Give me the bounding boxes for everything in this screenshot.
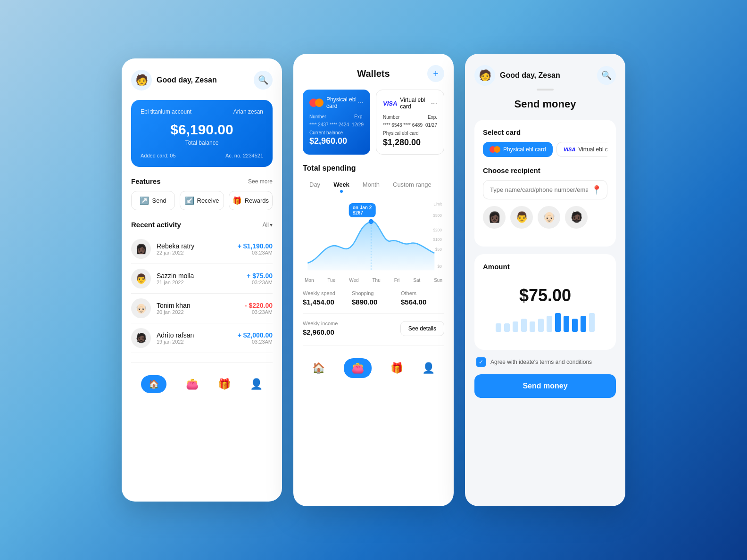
virtual-wallet-card: VISA Virtual ebl card ··· Number Exp. **… bbox=[376, 90, 444, 155]
gift-icon: 🎁 bbox=[218, 378, 231, 390]
bar-4 bbox=[530, 321, 535, 332]
activity-date-1: 21 jan 2022 bbox=[157, 280, 241, 285]
send-money-title: Send money bbox=[474, 98, 616, 110]
account-holder: Arian zesan bbox=[233, 108, 263, 115]
search-button-left[interactable]: 🔍 bbox=[254, 71, 273, 90]
visa-icon: VISA bbox=[383, 100, 397, 107]
filter-label: All bbox=[263, 222, 269, 228]
ac-number: Ac. no. 2234521 bbox=[225, 153, 263, 158]
tab-week[interactable]: Week bbox=[327, 178, 356, 191]
svg-text:$0: $0 bbox=[438, 264, 442, 269]
virtual-card-brand: VISA Virtual ebl card bbox=[383, 97, 431, 110]
time-tabs: Day Week Month Custom range bbox=[303, 178, 444, 191]
wallet-icon: 👛 bbox=[186, 378, 199, 390]
user-info-right: 🧑 Good day, Zesan bbox=[474, 65, 560, 86]
activity-filter[interactable]: All ▾ bbox=[263, 222, 273, 228]
recent-title: Recent activity bbox=[131, 221, 181, 229]
card-option-virtual[interactable]: VISA Virtual ebl card bbox=[556, 142, 607, 157]
send-button[interactable]: ↗️ Send bbox=[131, 191, 175, 210]
tab-custom[interactable]: Custom range bbox=[386, 178, 438, 191]
add-wallet-button[interactable]: + bbox=[427, 65, 444, 82]
nav-wallet-mid[interactable]: 👛 bbox=[336, 355, 379, 381]
see-more-features[interactable]: See more bbox=[248, 178, 273, 185]
chart-tooltip: on Jan 2$267 bbox=[349, 203, 376, 217]
shopping-val: $890.00 bbox=[352, 298, 395, 306]
virtual-card-row2: **** 6543 **** 6489 01/27 bbox=[383, 123, 437, 128]
tab-month[interactable]: Month bbox=[356, 178, 386, 191]
search-button-right[interactable]: 🔍 bbox=[597, 66, 616, 85]
weekly-spend-stat: Weekly spend $1,454.00 bbox=[303, 290, 346, 306]
bottom-nav-mid: 🏠 👛 🎁 👤 bbox=[303, 346, 444, 381]
left-card: 🧑 Good day, Zesan 🔍 Ebl titanium account… bbox=[122, 58, 282, 502]
recipient-0[interactable]: 👩🏿 bbox=[483, 206, 506, 229]
bar-11 bbox=[589, 313, 595, 332]
receive-label: Receive bbox=[197, 197, 219, 204]
svg-text:Limit: Limit bbox=[433, 202, 442, 206]
amount-time-0: 03:23AM bbox=[238, 250, 273, 255]
virtual-card-menu[interactable]: ··· bbox=[431, 99, 437, 107]
nav-profile-left[interactable]: 👤 bbox=[242, 375, 270, 393]
activity-avatar-3: 🧔🏿 bbox=[131, 328, 151, 348]
cards-container: 🧑 Good day, Zesan 🔍 Ebl titanium account… bbox=[122, 54, 625, 506]
activity-item-1: 👨 Sazzin molla 21 jan 2022 + $75.00 03:2… bbox=[131, 264, 273, 294]
day-sun: Sun bbox=[434, 278, 442, 283]
amount-label: Amount bbox=[483, 263, 607, 271]
day-thu: Thu bbox=[372, 278, 380, 283]
nav-gift-left[interactable]: 🎁 bbox=[210, 375, 238, 393]
bar-8 bbox=[564, 316, 569, 332]
activity-item-2: 👴🏻 Tonim khan 20 jan 2022 - $220.00 03:2… bbox=[131, 294, 273, 323]
rewards-icon: 🎁 bbox=[232, 196, 242, 205]
mid-card: Wallets + Physical ebl card ··· bbox=[293, 54, 454, 506]
balance-card-bottom: Added card: 05 Ac. no. 2234521 bbox=[141, 153, 263, 158]
activity-amount-1: + $75.00 03:23AM bbox=[247, 272, 273, 285]
wallet-icon-mid: 👛 bbox=[344, 358, 372, 378]
greeting-left: Good day, Zesan bbox=[157, 76, 217, 84]
greeting-right: Good day, Zesan bbox=[500, 71, 560, 80]
pin-icon: 📍 bbox=[591, 185, 602, 195]
see-details-button[interactable]: See details bbox=[400, 321, 444, 336]
physical-card-brand: Physical ebl card bbox=[309, 96, 357, 109]
mc-icon-small bbox=[490, 146, 500, 153]
receive-button[interactable]: ↙️ Receive bbox=[180, 191, 224, 210]
added-cards: Added card: 05 bbox=[141, 153, 176, 158]
spending-title: Total spending bbox=[303, 164, 444, 173]
physical-card-row2: **** 2437 **** 2424 12/29 bbox=[309, 122, 364, 127]
physical-card-menu[interactable]: ··· bbox=[357, 99, 364, 107]
activity-name-3: Adrito rafsan bbox=[157, 331, 232, 339]
rewards-button[interactable]: 🎁 Rewards bbox=[229, 191, 273, 210]
recipient-2[interactable]: 👴🏻 bbox=[538, 206, 560, 229]
income-val: $2,960.00 bbox=[303, 328, 338, 336]
balance-card: Ebl titanium account Arian zesan $6,190.… bbox=[131, 100, 273, 167]
nav-home-left[interactable]: 🏠 bbox=[133, 372, 174, 396]
activity-item: 👩🏿 Rebeka ratry 22 jan 2022 + $1,190.00 … bbox=[131, 234, 273, 264]
virtual-card-type: Physical ebl card bbox=[383, 131, 437, 136]
weekly-spend-val: $1,454.00 bbox=[303, 298, 346, 306]
activity-date-0: 22 jan 2022 bbox=[157, 250, 232, 255]
recipient-3[interactable]: 🧔🏿 bbox=[565, 206, 588, 229]
activity-name-1: Sazzin molla bbox=[157, 272, 241, 280]
nav-gift-mid[interactable]: 🎁 bbox=[383, 359, 411, 377]
activity-name-2: Tonim khan bbox=[157, 302, 239, 309]
send-money-button[interactable]: Send money bbox=[474, 374, 616, 398]
tab-day[interactable]: Day bbox=[303, 178, 327, 191]
nav-wallet-left[interactable]: 👛 bbox=[178, 375, 206, 393]
bar-3 bbox=[521, 319, 527, 332]
card-selector: Physical ebl card VISA Virtual ebl card … bbox=[483, 142, 607, 157]
nav-profile-mid[interactable]: 👤 bbox=[415, 359, 442, 377]
profile-icon-mid: 👤 bbox=[422, 362, 435, 374]
nav-home-mid[interactable]: 🏠 bbox=[305, 359, 332, 377]
activity-item-3: 🧔🏿 Adrito rafsan 19 jan 2022 + $2,000.00… bbox=[131, 323, 273, 353]
home-icon-mid: 🏠 bbox=[312, 362, 325, 374]
amount-time-2: 03:23AM bbox=[245, 309, 273, 315]
v-number-label: Number bbox=[383, 115, 400, 120]
virtual-card-name: Virtual ebl card bbox=[400, 97, 431, 110]
left-header: 🧑 Good day, Zesan 🔍 bbox=[131, 70, 273, 91]
right-header: 🧑 Good day, Zesan 🔍 bbox=[474, 65, 616, 86]
physical-card-name: Physical ebl card bbox=[326, 96, 357, 109]
recipient-1[interactable]: 👨 bbox=[510, 206, 533, 229]
card-option-physical[interactable]: Physical ebl card bbox=[483, 142, 553, 157]
terms-row: ✓ Agree with ideate's terms and conditio… bbox=[474, 357, 616, 367]
terms-checkbox[interactable]: ✓ bbox=[476, 357, 486, 367]
recipient-input[interactable] bbox=[483, 180, 607, 199]
features-title: Features bbox=[131, 177, 161, 185]
